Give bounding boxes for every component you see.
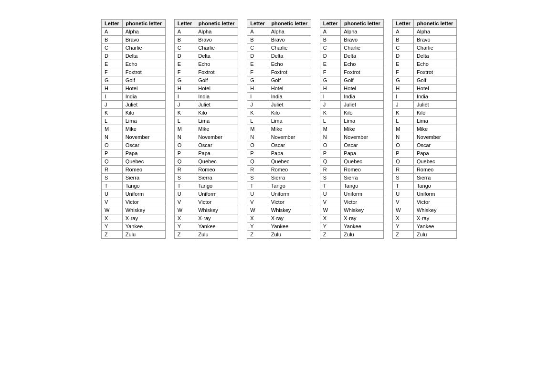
table-row: EEcho [102, 60, 166, 68]
table-row: BBravo [320, 36, 384, 44]
table-row: FFoxtrot [247, 68, 311, 76]
letter-cell: N [102, 133, 123, 141]
letter-cell: M [320, 125, 341, 133]
table-row: EEcho [174, 60, 238, 68]
phonetic-cell: Zulu [122, 231, 165, 239]
phonetic-cell: Yankee [341, 222, 384, 231]
phonetic-cell: Quebec [195, 158, 238, 166]
table-row: NNovember [320, 133, 384, 141]
phonetic-cell: X-ray [413, 214, 456, 222]
letter-cell: P [247, 149, 268, 158]
phonetic-cell: Victor [268, 198, 311, 206]
table-row: NNovember [174, 133, 238, 141]
page-content: Letterphonetic letterAAlphaBBravoCCharli… [101, 19, 457, 239]
letter-cell: Y [102, 222, 123, 231]
table-row: EEcho [320, 60, 384, 68]
letter-cell: D [247, 52, 268, 60]
table-row: PPapa [174, 149, 238, 158]
table-row: GGolf [247, 76, 311, 85]
phonetic-cell: Lima [341, 117, 384, 125]
table-row: PPapa [393, 149, 457, 158]
letter-cell: I [320, 93, 341, 101]
table-row: LLima [174, 117, 238, 125]
table-row: WWhiskey [174, 206, 238, 214]
letter-cell: W [174, 206, 195, 214]
phonetic-cell: Echo [268, 60, 311, 68]
table-row: ZZulu [393, 231, 457, 239]
letter-cell: Q [247, 158, 268, 166]
letter-cell: G [247, 76, 268, 85]
letter-cell: L [247, 117, 268, 125]
table-row: NNovember [102, 133, 166, 141]
letter-cell: I [102, 93, 123, 101]
letter-cell: V [320, 198, 341, 206]
phonetic-cell: Romeo [413, 166, 456, 174]
phonetic-cell: November [413, 133, 456, 141]
letter-cell: C [393, 44, 414, 52]
table-row: WWhiskey [102, 206, 166, 214]
phonetic-cell: Delta [413, 52, 456, 60]
table-row: FFoxtrot [174, 68, 238, 76]
table-row: AAlpha [102, 28, 166, 36]
phonetic-cell: Charlie [195, 44, 238, 52]
phonetic-cell: Victor [122, 198, 165, 206]
phonetic-cell: Kilo [195, 109, 238, 117]
table-row: XX-ray [393, 214, 457, 222]
letter-cell: Z [247, 231, 268, 239]
table-row: XX-ray [174, 214, 238, 222]
table-row: ZZulu [320, 231, 384, 239]
table-row: SSierra [320, 174, 384, 182]
letter-cell: B [102, 36, 123, 44]
phonetic-cell: Lima [413, 117, 456, 125]
phonetic-cell: Sierra [122, 174, 165, 182]
table-row: VVictor [247, 198, 311, 206]
table-row: NNovember [393, 133, 457, 141]
phonetic-cell: Quebec [341, 158, 384, 166]
phonetic-cell: Sierra [341, 174, 384, 182]
table-4-header-0: Letter [320, 20, 341, 28]
letter-cell: V [174, 198, 195, 206]
letter-cell: V [102, 198, 123, 206]
table-row: HHotel [102, 85, 166, 93]
phonetic-cell: Charlie [413, 44, 456, 52]
letter-cell: W [393, 206, 414, 214]
table-row: AAlpha [247, 28, 311, 36]
letter-cell: F [320, 68, 341, 76]
table-row: EEcho [247, 60, 311, 68]
phonetic-cell: Mike [413, 125, 456, 133]
phonetic-table-3: Letterphonetic letterAAlphaBBravoCCharli… [247, 19, 311, 239]
phonetic-cell: Sierra [413, 174, 456, 182]
phonetic-cell: Juliet [341, 101, 384, 109]
table-row: SSierra [174, 174, 238, 182]
table-wrapper-3: Letterphonetic letterAAlphaBBravoCCharli… [247, 19, 311, 239]
letter-cell: R [102, 166, 123, 174]
phonetic-cell: Juliet [122, 101, 165, 109]
letter-cell: Q [102, 158, 123, 166]
letter-cell: S [102, 174, 123, 182]
letter-cell: B [393, 36, 414, 44]
phonetic-cell: Kilo [122, 109, 165, 117]
letter-cell: B [247, 36, 268, 44]
phonetic-cell: Golf [341, 76, 384, 85]
table-row: IIndia [174, 93, 238, 101]
letter-cell: J [393, 101, 414, 109]
phonetic-cell: Victor [341, 198, 384, 206]
table-row: PPapa [320, 149, 384, 158]
table-3-header-1: phonetic letter [268, 20, 311, 28]
letter-cell: V [393, 198, 414, 206]
letter-cell: J [102, 101, 123, 109]
letter-cell: K [174, 109, 195, 117]
phonetic-cell: November [341, 133, 384, 141]
table-row: UUniform [393, 190, 457, 198]
table-row: ZZulu [174, 231, 238, 239]
phonetic-cell: Uniform [341, 190, 384, 198]
phonetic-cell: Bravo [195, 36, 238, 44]
phonetic-cell: Tango [413, 182, 456, 190]
letter-cell: I [247, 93, 268, 101]
letter-cell: O [174, 141, 195, 149]
letter-cell: L [320, 117, 341, 125]
letter-cell: D [102, 52, 123, 60]
letter-cell: S [247, 174, 268, 182]
table-row: MMike [174, 125, 238, 133]
table-row: UUniform [102, 190, 166, 198]
